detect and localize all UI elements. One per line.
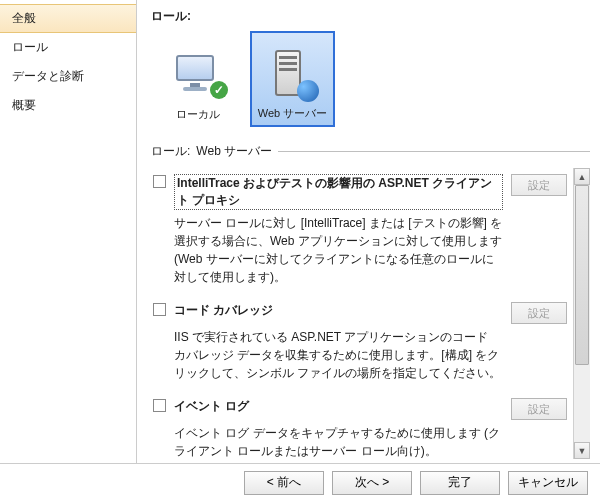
setting-title: コード カバレッジ [174,302,503,319]
wizard-footer: < 前へ 次へ > 完了 キャンセル [0,463,600,501]
sidebar-label: ロール [12,40,48,54]
scrollbar[interactable]: ▲ ▼ [573,168,590,459]
settings-list: IntelliTrace およびテストの影響用の ASP.NET クライアント … [151,168,573,459]
scroll-track[interactable] [574,185,590,442]
local-machine-icon: ✓ [176,55,220,97]
sidebar-item-general[interactable]: 全般 [0,4,136,33]
scroll-up-button[interactable]: ▲ [574,168,590,185]
role-caption: ローカル [176,107,220,122]
sidebar-item-summary[interactable]: 概要 [0,91,136,120]
setting-item-event-log: イベント ログ 設定 イベント ログ データをキャプチャするために使用します (… [151,392,569,459]
scroll-down-button[interactable]: ▼ [574,442,590,459]
setting-item-code-coverage: コード カバレッジ 設定 IIS で実行されている ASP.NET アプリケーシ… [151,296,569,392]
fieldset-label: ロール: Web サーバー [151,143,590,160]
roles-heading: ロール: [151,8,590,25]
sidebar-item-roles[interactable]: ロール [0,33,136,62]
fieldset-current-role: Web サーバー [196,143,272,160]
main-panel: ロール: ✓ ローカル Web サーバー [137,0,600,463]
role-caption: Web サーバー [258,106,327,121]
setting-desc: IIS で実行されている ASP.NET アプリケーションのコード カバレッジ … [174,328,567,382]
fieldset-prefix: ロール: [151,143,190,160]
prev-button[interactable]: < 前へ [244,471,324,495]
checkbox[interactable] [153,303,166,316]
configure-button[interactable]: 設定 [511,398,567,420]
web-server-icon [271,48,315,100]
scroll-thumb[interactable] [575,185,589,365]
roles-row: ✓ ローカル Web サーバー [151,31,590,127]
setting-title: イベント ログ [174,398,503,415]
setting-title: IntelliTrace およびテストの影響用の ASP.NET クライアント … [174,174,503,210]
next-button[interactable]: 次へ > [332,471,412,495]
checkbox[interactable] [153,175,166,188]
role-tile-web-server[interactable]: Web サーバー [250,31,335,127]
sidebar-item-data-diagnostics[interactable]: データと診断 [0,62,136,91]
sidebar-label: データと診断 [12,69,84,83]
configure-button[interactable]: 設定 [511,302,567,324]
globe-icon [297,80,319,102]
checkmark-icon: ✓ [210,81,228,99]
sidebar: 全般 ロール データと診断 概要 [0,0,137,463]
sidebar-label: 全般 [12,11,36,25]
setting-item-aspnet-proxy: IntelliTrace およびテストの影響用の ASP.NET クライアント … [151,168,569,296]
setting-desc: サーバー ロールに対し [IntelliTrace] または [テストの影響] … [174,214,567,286]
sidebar-label: 概要 [12,98,36,112]
configure-button[interactable]: 設定 [511,174,567,196]
finish-button[interactable]: 完了 [420,471,500,495]
setting-desc: イベント ログ データをキャプチャするために使用します (クライアント ロールま… [174,424,567,459]
cancel-button[interactable]: キャンセル [508,471,588,495]
checkbox[interactable] [153,399,166,412]
role-tile-local[interactable]: ✓ ローカル [155,31,240,127]
